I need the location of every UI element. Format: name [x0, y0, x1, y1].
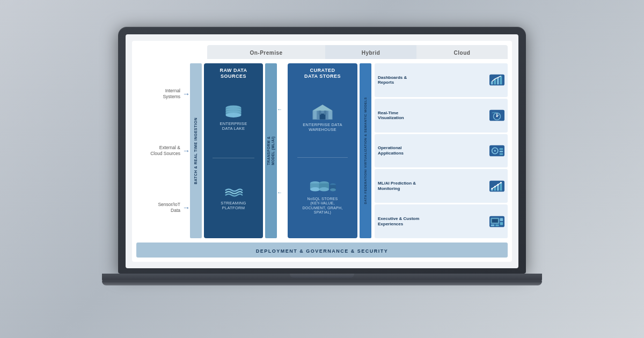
svg-point-32 [494, 150, 496, 152]
streaming-icon [224, 186, 243, 199]
laptop-screen: On-Premise Hybrid Cloud [126, 34, 518, 268]
curated-title: CURATEDDATA STORES [304, 68, 341, 79]
sources-panel: InternalSystems → External &Cloud Source… [136, 62, 190, 239]
federation-bar: DATA FEDERATION/ VIRTUALIZATION & SEMANT… [360, 63, 371, 238]
zone-headers: On-Premise Hybrid Cloud [136, 45, 508, 59]
source-internal: InternalSystems → [136, 88, 190, 100]
streaming-label: STREAMINGPLATFORM [221, 201, 246, 210]
divider2 [297, 157, 348, 158]
operational-icon [489, 145, 504, 157]
federation-label: DATA FEDERATION/ VIRTUALIZATION & SEMANT… [364, 97, 368, 204]
zone-onpremise-label: On-Premise [250, 50, 282, 56]
svg-rect-23 [491, 82, 493, 85]
zone-hybrid-label: Hybrid [362, 50, 380, 56]
svg-point-43 [497, 184, 499, 186]
arrow-left-2: ← [277, 189, 286, 195]
svg-rect-49 [500, 222, 503, 225]
main-content-area: InternalSystems → External &Cloud Source… [136, 62, 508, 239]
source-internal-label: InternalSystems [136, 88, 180, 100]
svg-rect-35 [500, 153, 503, 155]
svg-rect-50 [491, 224, 495, 226]
cloud-executive-label: Executive & CustomExperiences [378, 216, 486, 226]
cloud-item-mlai: ML/AI Prediction &Monitoring [375, 169, 508, 203]
svg-point-18 [319, 187, 330, 191]
streaming-item: STREAMINGPLATFORM [221, 163, 246, 234]
nosql-icon [309, 180, 336, 195]
cloud-item-dashboards: Dashboards &Reports [375, 63, 508, 97]
transform-label: TRANSFORM &MODEL (ML/AI) [267, 136, 275, 165]
svg-rect-48 [500, 218, 503, 221]
governance-label: DEPLOYMENT & GOVERNANCE & SECURITY [256, 248, 389, 254]
svg-point-6 [226, 113, 241, 117]
arrow-iot: → [182, 203, 190, 212]
cloud-dashboards-label: Dashboards &Reports [378, 75, 486, 85]
source-iot: Sensor/IoTData → [136, 202, 190, 214]
divider1 [213, 158, 254, 158]
zone-cloud: Cloud [416, 45, 508, 59]
svg-marker-9 [313, 105, 332, 111]
svg-rect-33 [500, 148, 503, 150]
architecture-diagram: On-Premise Hybrid Cloud [132, 41, 512, 262]
source-iot-label: Sensor/IoTData [136, 202, 180, 214]
governance-bar: DEPLOYMENT & GOVERNANCE & SECURITY [136, 243, 508, 258]
dashboards-icon [489, 74, 504, 86]
nosql-label: NoSQL STORES(KEY-VALUE,DOCUMENT, GRAPH,S… [302, 197, 342, 215]
zone-onpremise: On-Premise [207, 45, 325, 59]
warehouse-label: ENTERPRISE DATAWAREHOUSE [303, 122, 342, 132]
svg-point-15 [310, 187, 320, 191]
executive-icon [489, 216, 504, 227]
svg-rect-12 [324, 111, 327, 114]
cloud-item-executive: Executive & CustomExperiences [375, 204, 508, 238]
source-external: External &Cloud Sources → [136, 145, 190, 157]
zone-cloud-label: Cloud [454, 50, 471, 56]
ingestion-label: BATCH & REAL TIME INGESTION [194, 117, 198, 184]
screen-bezel: On-Premise Hybrid Cloud [118, 27, 526, 274]
svg-rect-40 [500, 182, 502, 190]
cloud-mlai-label: ML/AI Prediction &Monitoring [378, 181, 486, 191]
svg-point-41 [491, 188, 493, 189]
cloud-operational-label: OperationalApplications [378, 145, 486, 156]
warehouse-item: ENTERPRISE DATAWAREHOUSE [303, 82, 342, 155]
zone-hybrid: Hybrid [325, 45, 416, 59]
svg-point-44 [500, 182, 502, 183]
data-lake-item: ENTERPRISEDATA LAKE [220, 83, 247, 154]
bidirectional-arrows: ← ← [277, 62, 286, 239]
cloud-item-operational: OperationalApplications [375, 134, 508, 168]
svg-rect-47 [492, 219, 498, 223]
svg-rect-51 [495, 224, 499, 226]
svg-rect-26 [500, 76, 502, 85]
svg-rect-25 [497, 78, 499, 85]
laptop-base [102, 274, 542, 285]
nosql-item: NoSQL STORES(KEY-VALUE,DOCUMENT, GRAPH,S… [302, 161, 342, 234]
svg-point-42 [494, 186, 496, 187]
svg-rect-11 [319, 111, 321, 114]
warehouse-icon [312, 104, 333, 121]
laptop: On-Premise Hybrid Cloud [102, 27, 542, 311]
screen-content: On-Premise Hybrid Cloud [126, 34, 518, 268]
data-lake-label: ENTERPRISEDATA LAKE [220, 121, 247, 131]
cloud-realtime-label: Real-TimeVisualization [378, 111, 486, 121]
ingestion-bar: BATCH & REAL TIME INGESTION [190, 63, 202, 238]
arrow-external: → [182, 146, 190, 155]
mlai-icon [489, 180, 504, 192]
source-external-label: External &Cloud Sources [136, 145, 180, 157]
svg-point-21 [330, 188, 336, 192]
cloud-panel: Dashboards &Reports [371, 62, 508, 239]
raw-data-panel: RAW DATA SOURCES [204, 63, 263, 238]
raw-data-title: RAW DATA SOURCES [207, 68, 260, 79]
svg-point-29 [496, 116, 498, 117]
arrow-left-1: ← [277, 106, 286, 112]
data-lake-icon [224, 105, 243, 120]
transform-bar: TRANSFORM &MODEL (ML/AI) [265, 63, 277, 238]
svg-rect-34 [500, 151, 503, 152]
curated-panel: CURATEDDATA STORES EN [288, 63, 357, 238]
cloud-item-realtime: Real-TimeVisualization [375, 99, 508, 133]
arrow-internal: → [182, 90, 190, 98]
realtime-icon [489, 109, 504, 121]
